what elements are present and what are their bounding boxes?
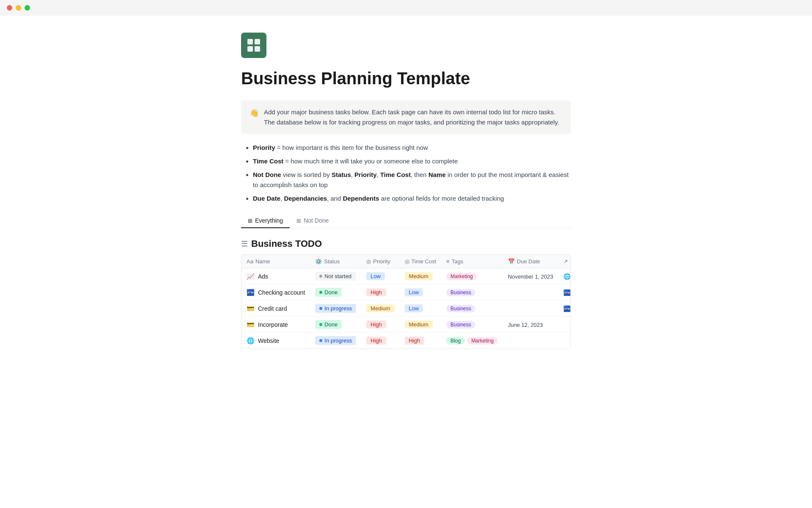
callout-text: Add your major business tasks below. Eac… [264,107,562,127]
col-name-icon: Aa [247,258,253,265]
col-dependancies: ↗ Dependancies [558,255,571,268]
tab-everything-label: Everything [255,217,283,224]
cell-priority-3: High [361,317,399,333]
col-due-date-label: Due Date [517,258,540,265]
col-status-label: Status [324,258,340,265]
cell-name-4[interactable]: 🌐Website [241,333,310,349]
page-icon [241,33,266,58]
business-todo-table: Aa Name ⚙️ Status ◎ Priority [241,255,571,348]
col-dependancies-icon: ↗ [563,258,568,265]
tags-group: BlogMarketing [446,337,498,345]
cell-due-date-4 [503,333,558,349]
time-cost-tag: High [405,337,425,345]
time-cost-tag: Medium [405,320,433,329]
col-name: Aa Name [241,255,310,268]
bullet-priority: Priority = how important is this item fo… [253,143,571,153]
row-name-text: Ads [258,273,268,280]
row-name-text: Checking account [258,289,305,296]
cell-status-4: In progress [310,333,361,349]
table-row[interactable]: 🌐WebsiteIn progressHighHighBlogMarketing… [241,333,571,349]
cell-tags-3: Business [441,317,503,333]
dependancy-item: 🏧Incorporate [563,289,571,296]
category-tag: Business [446,305,475,312]
callout-emoji: 👋 [250,107,259,127]
cell-name-3[interactable]: 💳Incorporate [241,317,310,333]
cell-name-0[interactable]: 📈Ads [241,268,310,284]
status-badge: Not started [315,272,356,281]
tags-group: Business [446,321,498,329]
priority-tag: Medium [366,304,394,312]
cell-due-date-2 [503,301,558,317]
page-title: Business Planning Template [241,68,571,88]
tab-not-done-label: Not Done [304,217,329,224]
table-header-row: Aa Name ⚙️ Status ◎ Priority [241,255,571,268]
tags-group: Marketing [446,273,498,280]
col-priority-icon: ◎ [366,258,371,265]
table-row[interactable]: 🏧Checking accountDoneHighLowBusiness🏧Inc… [241,284,571,301]
time-cost-tag: Low [405,304,423,312]
col-due-date-icon: 📅 [508,258,515,265]
cell-dependancies-1: 🏧Incorporate [558,284,571,301]
dep-icon: 🌐 [563,273,571,280]
tab-not-done[interactable]: ⊞ Not Done [290,214,335,228]
table-row[interactable]: 📈AdsNot startedLowMediumMarketingNovembe… [241,268,571,284]
time-cost-tag: Medium [405,272,433,280]
cell-dependancies-2: 🏧Incorporate [558,301,571,317]
svg-rect-2 [247,46,253,52]
cell-due-date-0: November 1, 2023 [503,268,558,284]
status-badge: In progress [315,304,356,313]
row-name-text: Credit card [258,305,287,312]
category-tag: Marketing [446,273,477,280]
due-date-value: November 1, 2023 [508,273,553,280]
row-icon: 📈 [247,273,255,280]
status-dot [319,291,322,294]
traffic-light-yellow[interactable] [16,5,21,11]
status-badge: Done [315,320,342,329]
row-icon: 💳 [247,321,255,329]
table-row[interactable]: 💳IncorporateDoneHighMediumBusinessJune 1… [241,317,571,333]
cell-dependancies-4 [558,333,571,349]
row-icon: 💳 [247,305,255,312]
col-status: ⚙️ Status [310,255,361,268]
category-tag: Business [446,289,475,296]
cell-due-date-3: June 12, 2023 [503,317,558,333]
col-priority: ◎ Priority [361,255,399,268]
row-name-text: Website [258,337,279,344]
col-tags-icon: ≡ [446,258,450,265]
col-dependancies-label: Dependancies [570,258,571,265]
callout: 👋 Add your major business tasks below. E… [241,100,571,134]
cell-name-2[interactable]: 💳Credit card [241,301,310,317]
dependancy-item: 🏧Incorporate [563,305,571,312]
bullet-time-cost: Time Cost = how much time it will take y… [253,156,571,166]
cell-tags-4: BlogMarketing [441,333,503,349]
tab-everything[interactable]: ⊞ Everything [241,214,290,228]
bullet-not-done: Not Done view is sorted by Status, Prior… [253,170,571,190]
cell-tags-2: Business [441,301,503,317]
cell-tags-1: Business [441,284,503,301]
traffic-light-red[interactable] [7,5,12,11]
section-header: ☰ Business TODO [241,238,571,249]
cell-name-1[interactable]: 🏧Checking account [241,284,310,301]
cell-time-cost-2: Low [400,301,442,317]
due-date-value: June 12, 2023 [508,322,543,328]
status-badge: In progress [315,336,356,345]
status-badge: Done [315,288,342,297]
col-time-cost: ◎ Time Cost [400,255,442,268]
category-tag: Blog [446,337,465,345]
cell-priority-1: High [361,284,399,301]
col-name-label: Name [255,258,270,265]
status-dot [319,307,322,310]
tabs: ⊞ Everything ⊞ Not Done [241,214,571,228]
cell-due-date-1 [503,284,558,301]
cell-status-0: Not started [310,268,361,284]
table-row[interactable]: 💳Credit cardIn progressMediumLowBusiness… [241,301,571,317]
cell-status-2: In progress [310,301,361,317]
table-body: 📈AdsNot startedLowMediumMarketingNovembe… [241,268,571,349]
cell-priority-0: Low [361,268,399,284]
svg-rect-3 [255,46,260,52]
dependancy-item: 🌐Website [563,273,571,280]
traffic-light-green[interactable] [25,5,30,11]
col-time-cost-label: Time Cost [411,258,436,265]
priority-tag: Low [366,272,385,280]
tab-everything-icon: ⊞ [248,218,252,224]
